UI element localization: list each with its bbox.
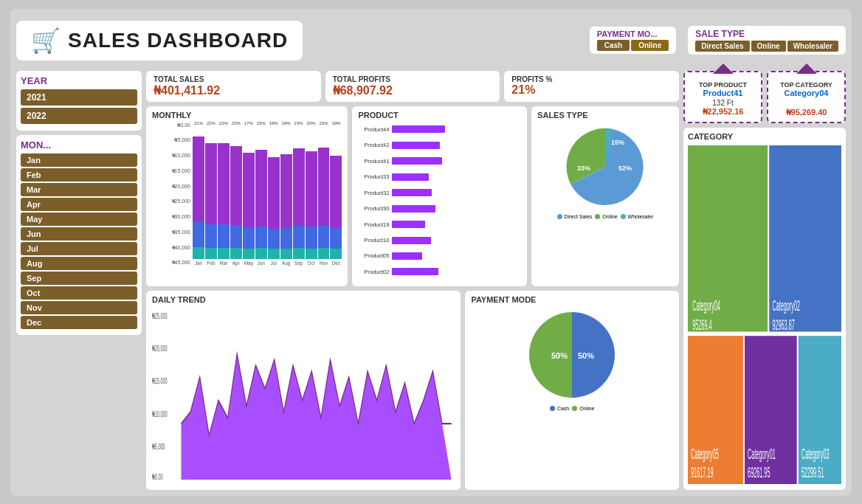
- svg-text:69261.95: 69261.95: [748, 463, 770, 480]
- bottom-charts: DAILY TREND ₦25,000 ₦20,000 ₦15,000 ₦10,…: [146, 291, 679, 489]
- top-product-arrow: [713, 63, 734, 74]
- svg-text:10: 10: [264, 482, 268, 483]
- svg-rect-52: [745, 336, 797, 484]
- svg-text:7: 7: [237, 482, 239, 483]
- sale-online-button[interactable]: Online: [751, 41, 786, 52]
- dashboard: 🛒 SALES DASHBOARD PAYMENT MO... Cash Onl…: [10, 9, 852, 496]
- profits-pct-value: 21%: [511, 83, 672, 97]
- total-profits-box: TOTAL PROFITS ₦68,907.92: [325, 71, 500, 102]
- svg-text:5: 5: [218, 482, 221, 483]
- total-sales-box: TOTAL SALES ₦401,411.92: [146, 71, 321, 102]
- svg-text:26: 26: [407, 482, 411, 483]
- month-may[interactable]: May: [21, 213, 137, 226]
- cart-icon: 🛒: [31, 27, 61, 55]
- svg-text:Category04: Category04: [692, 297, 720, 314]
- top-product-title: TOP PRODUCT: [689, 81, 756, 89]
- sales-type-legend: Direct Sales Online Wholesaler: [557, 214, 654, 219]
- svg-text:24: 24: [390, 482, 393, 483]
- svg-text:21: 21: [363, 482, 367, 483]
- svg-text:₦10,000: ₦10,000: [152, 410, 168, 419]
- svg-text:8: 8: [246, 482, 249, 483]
- trend-container: ₦25,000 ₦20,000 ₦15,000 ₦10,000 ₦5,000 ₦…: [152, 307, 455, 482]
- bar-group-dec: 19%Dec: [330, 122, 342, 266]
- bar-group-apr: 25%Apr: [230, 122, 242, 266]
- month-dec[interactable]: Dec: [21, 316, 137, 329]
- payment-cash-button[interactable]: Cash: [597, 40, 630, 51]
- dashboard-title: SALES DASHBOARD: [68, 29, 288, 52]
- sidebar: YEAR 2021 2022 MON... Jan Feb Mar Apr Ma…: [16, 71, 142, 490]
- sales-type-pie: 52% 33% 15% Direct Sales Online Wholesal…: [537, 122, 673, 280]
- main-content: TOTAL SALES ₦401,411.92 TOTAL PROFITS ₦6…: [146, 71, 679, 490]
- product-row: Product10: [358, 237, 521, 244]
- svg-text:Category02: Category02: [772, 297, 800, 314]
- month-jun[interactable]: Jun: [21, 227, 137, 241]
- svg-text:33%: 33%: [577, 165, 590, 172]
- svg-text:19: 19: [345, 482, 349, 483]
- daily-trend-chart: DAILY TREND ₦25,000 ₦20,000 ₦15,000 ₦10,…: [146, 291, 461, 489]
- svg-text:12: 12: [283, 482, 286, 483]
- monthly-chart: MONTHLY ₦45,000 ₦40,000 ₦35,000 ₦30,000 …: [146, 106, 348, 287]
- svg-text:9: 9: [255, 482, 258, 483]
- svg-text:₦5,000: ₦5,000: [152, 442, 165, 452]
- month-oct[interactable]: Oct: [21, 286, 137, 300]
- month-feb[interactable]: Feb: [21, 168, 137, 182]
- product-row: Product42: [358, 142, 521, 149]
- product-row: Product30: [358, 205, 521, 213]
- month-sep[interactable]: Sep: [21, 272, 137, 285]
- month-nov[interactable]: Nov: [21, 301, 137, 314]
- right-panel: TOP PRODUCT Product41 132 Ft ₦22,952.16 …: [683, 71, 846, 490]
- product-chart-title: PRODUCT: [358, 111, 521, 120]
- top-category-card: TOP CATEGORY Category04 ₦95,269.40: [767, 71, 846, 123]
- bar-group-jun: 23%Jun: [255, 122, 267, 266]
- svg-text:14: 14: [301, 482, 305, 483]
- top-category-value: ₦95,269.40: [773, 108, 840, 117]
- payment-mode-title: PAYMENT MO...: [597, 30, 669, 38]
- product-row: Product02: [358, 268, 521, 275]
- year-2021-button[interactable]: 2021: [21, 89, 137, 106]
- year-section: YEAR 2021 2022: [16, 71, 142, 131]
- month-apr[interactable]: Apr: [21, 198, 137, 211]
- sales-type-title: SALES TYPE: [537, 111, 673, 120]
- year-2022-button[interactable]: 2022: [21, 108, 137, 124]
- top-cards: TOP PRODUCT Product41 132 Ft ₦22,952.16 …: [683, 71, 846, 123]
- month-aug[interactable]: Aug: [21, 257, 137, 270]
- payment-online-button[interactable]: Online: [631, 40, 669, 51]
- month-jul[interactable]: Jul: [21, 242, 137, 255]
- svg-text:4: 4: [209, 482, 211, 483]
- svg-text:Category03: Category03: [801, 444, 830, 461]
- product-list: Product44Product42Product41Product33Prod…: [358, 122, 521, 280]
- bar-group-jul: 18%Jul: [268, 122, 280, 266]
- top-product-value: ₦22,952.16: [689, 107, 756, 117]
- svg-marker-9: [181, 354, 451, 480]
- svg-text:23: 23: [382, 482, 385, 483]
- sale-wholesaler-button[interactable]: Wholesaler: [787, 41, 838, 52]
- top-category-arrow: [796, 63, 817, 74]
- month-label: MON...: [21, 139, 137, 151]
- svg-text:25: 25: [399, 482, 403, 483]
- month-jan[interactable]: Jan: [21, 153, 137, 167]
- product-chart: PRODUCT Product44Product42Product41Produ…: [352, 106, 527, 287]
- monthly-chart-title: MONTHLY: [152, 111, 342, 120]
- total-sales-value: ₦401,411.92: [154, 83, 314, 97]
- stats-row: TOTAL SALES ₦401,411.92 TOTAL PROFITS ₦6…: [146, 71, 679, 102]
- svg-text:17: 17: [328, 482, 331, 483]
- payment-mode-chart-box: PAYMENT MODE 50% 50% Cash: [465, 291, 679, 489]
- svg-text:18: 18: [337, 482, 341, 483]
- sale-direct-button[interactable]: Direct Sales: [695, 41, 749, 52]
- product-row: Product19: [358, 221, 521, 228]
- product-row: Product32: [358, 189, 521, 196]
- bar-group-nov: 23%Nov: [318, 122, 330, 266]
- svg-text:20: 20: [355, 482, 359, 483]
- svg-text:31: 31: [448, 482, 452, 483]
- product-row: Product33: [358, 173, 521, 181]
- header: 🛒 SALES DASHBOARD PAYMENT MO... Cash Onl…: [16, 15, 846, 66]
- svg-rect-49: [688, 336, 743, 484]
- trend-svg: ₦25,000 ₦20,000 ₦15,000 ₦10,000 ₦5,000 ₦…: [152, 307, 455, 482]
- profits-pct-label: PROFITS %: [511, 75, 672, 83]
- svg-text:2: 2: [190, 482, 193, 483]
- header-title-box: 🛒 SALES DASHBOARD: [16, 21, 303, 61]
- sale-type-filter: SALE TYPE Direct Sales Online Wholesaler: [688, 26, 846, 55]
- top-product-card: TOP PRODUCT Product41 132 Ft ₦22,952.16: [683, 71, 762, 123]
- month-mar[interactable]: Mar: [21, 183, 137, 196]
- svg-text:3: 3: [200, 482, 202, 483]
